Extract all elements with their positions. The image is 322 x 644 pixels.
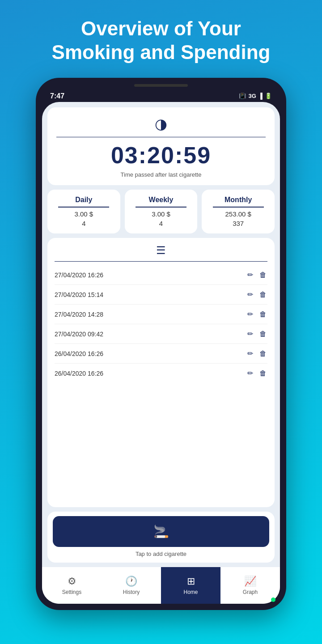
nav-home[interactable]: ⊞ Home bbox=[161, 567, 220, 604]
stat-daily: Daily 3.00 $ 4 bbox=[47, 190, 120, 233]
log-date-3: 27/04/2020 09:42 bbox=[55, 330, 103, 338]
add-label: Tap to add cigarette bbox=[53, 551, 269, 557]
timer-card: ◑ 03:20:59 Time passed after last cigare… bbox=[47, 107, 275, 186]
add-cigarette-wrapper: 🚬 Tap to add cigarette bbox=[47, 512, 275, 563]
daily-divider bbox=[58, 207, 109, 208]
delete-button-1[interactable]: 🗑 bbox=[258, 290, 267, 300]
log-actions-1: ✏ 🗑 bbox=[246, 289, 267, 300]
log-actions-2: ✏ 🗑 bbox=[246, 309, 267, 319]
status-bar: 7:47 📳 3G ▐ 🔋 bbox=[42, 90, 280, 102]
delete-button-5[interactable]: 🗑 bbox=[258, 369, 267, 378]
log-header: ☰ bbox=[55, 244, 267, 257]
phone-notch bbox=[134, 84, 188, 87]
weekly-amount: 3.00 $ bbox=[152, 210, 170, 218]
log-item: 27/04/2020 14:28 ✏ 🗑 bbox=[55, 305, 267, 324]
log-date-4: 26/04/2020 16:26 bbox=[55, 350, 103, 357]
phone-screen: ◑ 03:20:59 Time passed after last cigare… bbox=[42, 102, 280, 604]
monthly-title: Monthly bbox=[225, 196, 252, 204]
history-icon: 🕐 bbox=[125, 576, 137, 587]
log-date-2: 27/04/2020 14:28 bbox=[55, 311, 103, 318]
monthly-divider bbox=[213, 207, 264, 208]
stat-weekly: Weekly 3.00 $ 4 bbox=[125, 190, 198, 233]
daily-amount: 3.00 $ bbox=[74, 210, 93, 218]
nav-history[interactable]: 🕐 History bbox=[102, 567, 161, 604]
home-label: Home bbox=[183, 589, 198, 595]
log-item: 27/04/2020 16:26 ✏ 🗑 bbox=[55, 265, 267, 285]
log-item: 26/04/2020 16:26 ✏ 🗑 bbox=[55, 344, 267, 364]
edit-button-0[interactable]: ✏ bbox=[246, 270, 254, 280]
home-icon: ⊞ bbox=[187, 576, 195, 587]
timer-value: 03:20:59 bbox=[111, 142, 211, 169]
stats-row: Daily 3.00 $ 4 Weekly 3.00 $ 4 Monthly 2… bbox=[47, 190, 275, 233]
log-item: 27/04/2020 09:42 ✏ 🗑 bbox=[55, 324, 267, 344]
status-dot bbox=[271, 597, 275, 602]
log-actions-0: ✏ 🗑 bbox=[246, 270, 267, 280]
log-item: 27/04/2020 15:14 ✏ 🗑 bbox=[55, 285, 267, 305]
edit-button-4[interactable]: ✏ bbox=[246, 348, 254, 359]
log-actions-5: ✏ 🗑 bbox=[246, 368, 267, 378]
vibrate-icon: 📳 bbox=[239, 93, 246, 99]
nav-settings[interactable]: ⚙ Settings bbox=[42, 567, 102, 604]
add-cigarette-button[interactable]: 🚬 bbox=[53, 516, 269, 547]
phone-frame: 7:47 📳 3G ▐ 🔋 ◑ 03:20:59 Time passed aft… bbox=[36, 78, 286, 610]
delete-button-2[interactable]: 🗑 bbox=[258, 309, 267, 319]
graph-label: Graph bbox=[243, 589, 258, 595]
cigarette-icon: 🚬 bbox=[153, 524, 169, 539]
list-icon: ☰ bbox=[156, 244, 166, 257]
log-item: 26/04/2020 16:26 ✏ 🗑 bbox=[55, 364, 267, 383]
timer-divider bbox=[56, 137, 266, 138]
monthly-count: 337 bbox=[233, 220, 244, 227]
log-actions-4: ✏ 🗑 bbox=[246, 348, 267, 359]
status-icons: 📳 3G ▐ 🔋 bbox=[239, 93, 272, 99]
log-divider bbox=[55, 261, 267, 262]
status-time: 7:47 bbox=[50, 92, 64, 100]
weekly-divider bbox=[136, 207, 186, 208]
bottom-nav: ⚙ Settings 🕐 History ⊞ Home 📈 Graph bbox=[42, 567, 280, 604]
battery-icon: 🔋 bbox=[265, 93, 272, 99]
edit-button-5[interactable]: ✏ bbox=[246, 368, 254, 378]
clock-icon: ◑ bbox=[155, 115, 167, 132]
edit-button-2[interactable]: ✏ bbox=[246, 309, 254, 319]
weekly-count: 4 bbox=[159, 220, 163, 227]
daily-title: Daily bbox=[75, 196, 92, 204]
timer-label: Time passed after last cigarette bbox=[121, 171, 202, 178]
stat-monthly: Monthly 253.00 $ 337 bbox=[202, 190, 275, 233]
delete-button-4[interactable]: 🗑 bbox=[258, 349, 267, 359]
edit-button-1[interactable]: ✏ bbox=[246, 289, 254, 300]
headline-line1: Overview of Your bbox=[81, 17, 241, 39]
monthly-amount: 253.00 $ bbox=[225, 210, 251, 218]
weekly-title: Weekly bbox=[149, 196, 174, 204]
log-date-1: 27/04/2020 15:14 bbox=[55, 291, 103, 298]
settings-label: Settings bbox=[62, 589, 81, 595]
headline-line2: Smoking and Spending bbox=[52, 41, 271, 63]
screen-content: ◑ 03:20:59 Time passed after last cigare… bbox=[42, 102, 280, 567]
edit-button-3[interactable]: ✏ bbox=[246, 329, 254, 339]
log-date-0: 27/04/2020 16:26 bbox=[55, 271, 103, 279]
graph-icon: 📈 bbox=[244, 576, 256, 587]
delete-button-0[interactable]: 🗑 bbox=[258, 270, 267, 280]
settings-icon: ⚙ bbox=[68, 576, 76, 587]
headline: Overview of Your Smoking and Spending bbox=[25, 0, 297, 78]
log-date-5: 26/04/2020 16:26 bbox=[55, 370, 103, 377]
signal-label: 3G bbox=[248, 93, 256, 99]
delete-button-3[interactable]: 🗑 bbox=[258, 329, 267, 339]
log-card: ☰ 27/04/2020 16:26 ✏ 🗑 27/04/2020 15:14 … bbox=[47, 238, 275, 507]
signal-icon: ▐ bbox=[258, 93, 263, 99]
history-label: History bbox=[123, 589, 140, 595]
daily-count: 4 bbox=[82, 220, 85, 227]
log-actions-3: ✏ 🗑 bbox=[246, 329, 267, 339]
